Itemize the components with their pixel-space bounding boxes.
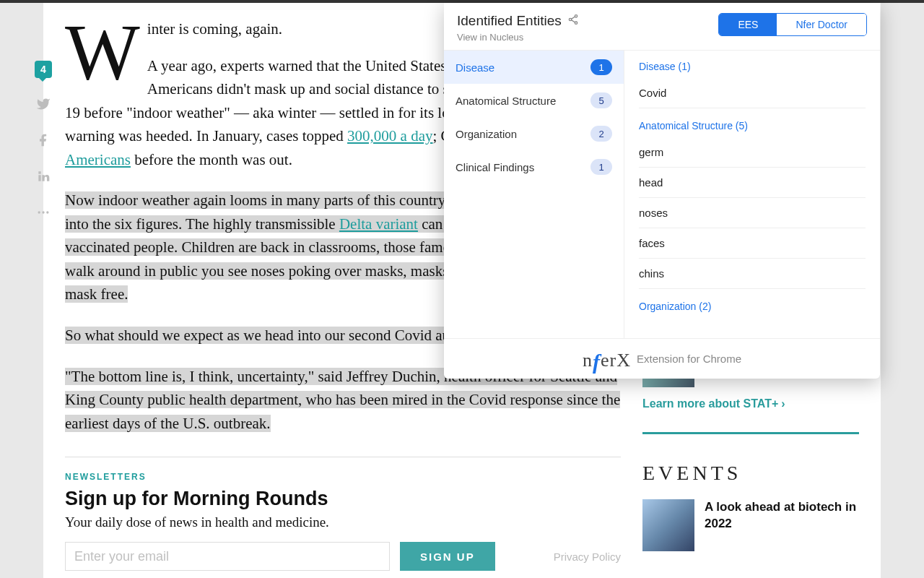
events-heading: EVENTS bbox=[642, 462, 859, 485]
social-rail: 4 bbox=[30, 61, 56, 223]
entity-item[interactable]: chins bbox=[639, 259, 866, 289]
entity-item[interactable]: faces bbox=[639, 228, 866, 259]
link-text: Learn more about STAT+ bbox=[642, 397, 778, 410]
extension-title: Identified Entities bbox=[457, 13, 579, 29]
tab-ees[interactable]: EES bbox=[719, 14, 777, 35]
category-label: Clinical Findings bbox=[456, 161, 534, 173]
group-heading[interactable]: Anatomical Structure (5) bbox=[639, 120, 866, 131]
svg-point-2 bbox=[46, 211, 48, 213]
privacy-policy-link[interactable]: Privacy Policy bbox=[554, 551, 621, 563]
extension-footer: nferX Extension for Chrome bbox=[444, 338, 880, 379]
extension-panel: Identified Entities View in Nucleus EES … bbox=[444, 3, 880, 379]
entity-item[interactable]: head bbox=[639, 168, 866, 198]
article-link[interactable]: 300,000 a day bbox=[347, 127, 432, 144]
article-link[interactable]: Delta variant bbox=[339, 215, 418, 233]
newsletter-form-row: SIGN UP Privacy Policy bbox=[65, 542, 621, 571]
share-count-badge: 4 bbox=[35, 61, 52, 78]
signup-button[interactable]: SIGN UP bbox=[400, 542, 495, 571]
svg-point-0 bbox=[38, 211, 40, 213]
category-list: Disease1Anatomical Structure5Organizatio… bbox=[444, 51, 624, 338]
learn-more-link[interactable]: Learn more about STAT+ › bbox=[642, 397, 785, 410]
svg-point-1 bbox=[42, 211, 44, 213]
newsletter-description: Your daily dose of news in health and me… bbox=[65, 514, 621, 530]
extension-header: Identified Entities View in Nucleus EES … bbox=[444, 3, 880, 50]
logo-part: n bbox=[583, 350, 593, 371]
article-text: inter is coming, again. bbox=[147, 20, 282, 38]
event-item[interactable]: A look ahead at biotech in 2022 bbox=[642, 499, 859, 551]
entity-item[interactable]: noses bbox=[639, 198, 866, 228]
events-card: EVENTS A look ahead at biotech in 2022 bbox=[642, 432, 859, 576]
extension-title-block: Identified Entities View in Nucleus bbox=[457, 13, 579, 43]
facebook-icon[interactable] bbox=[36, 133, 51, 150]
count-pill: 2 bbox=[590, 126, 612, 142]
article-text: before the month was out. bbox=[131, 151, 292, 168]
entity-item[interactable]: Covid bbox=[639, 78, 866, 108]
logo-part: f bbox=[593, 350, 601, 374]
event-thumbnail bbox=[642, 499, 694, 551]
chevron-right-icon: › bbox=[781, 397, 785, 410]
tab-nfer-doctor[interactable]: Nfer Doctor bbox=[777, 14, 866, 35]
view-in-nucleus-link[interactable]: View in Nucleus bbox=[457, 32, 579, 43]
entity-item[interactable]: germ bbox=[639, 137, 866, 168]
share-icon[interactable] bbox=[567, 13, 579, 29]
twitter-icon[interactable] bbox=[36, 97, 51, 114]
linkedin-icon[interactable] bbox=[36, 169, 51, 186]
count-pill: 5 bbox=[590, 92, 612, 108]
dropcap: W bbox=[65, 17, 147, 84]
count-pill: 1 bbox=[590, 159, 612, 175]
email-field[interactable] bbox=[65, 542, 390, 571]
category-label: Disease bbox=[456, 61, 494, 74]
detail-pane: Disease (1)CovidAnatomical Structure (5)… bbox=[624, 51, 880, 338]
category-item[interactable]: Clinical Findings1 bbox=[444, 150, 624, 184]
category-label: Anatomical Structure bbox=[456, 95, 556, 107]
group-heading[interactable]: Organization (2) bbox=[639, 301, 866, 312]
event-title: A look ahead at biotech in 2022 bbox=[705, 499, 859, 551]
category-label: Organization bbox=[456, 128, 517, 140]
category-item[interactable]: Anatomical Structure5 bbox=[444, 84, 624, 117]
category-item[interactable]: Organization2 bbox=[444, 117, 624, 150]
extension-body: Disease1Anatomical Structure5Organizatio… bbox=[444, 50, 880, 338]
newsletter-title: Sign up for Morning Rounds bbox=[65, 488, 621, 510]
logo-part: erX bbox=[601, 350, 631, 371]
more-icon[interactable] bbox=[36, 205, 51, 223]
group-heading[interactable]: Disease (1) bbox=[639, 61, 866, 72]
nferx-logo: nferX bbox=[583, 347, 631, 371]
footer-text: Extension for Chrome bbox=[637, 353, 741, 365]
newsletter-eyebrow: NEWSLETTERS bbox=[65, 472, 621, 482]
tab-segmented-control: EES Nfer Doctor bbox=[718, 13, 867, 36]
title-text: Identified Entities bbox=[457, 13, 562, 29]
category-item[interactable]: Disease1 bbox=[444, 51, 624, 84]
newsletter-box: NEWSLETTERS Sign up for Morning Rounds Y… bbox=[65, 457, 621, 571]
count-pill: 1 bbox=[590, 59, 612, 75]
